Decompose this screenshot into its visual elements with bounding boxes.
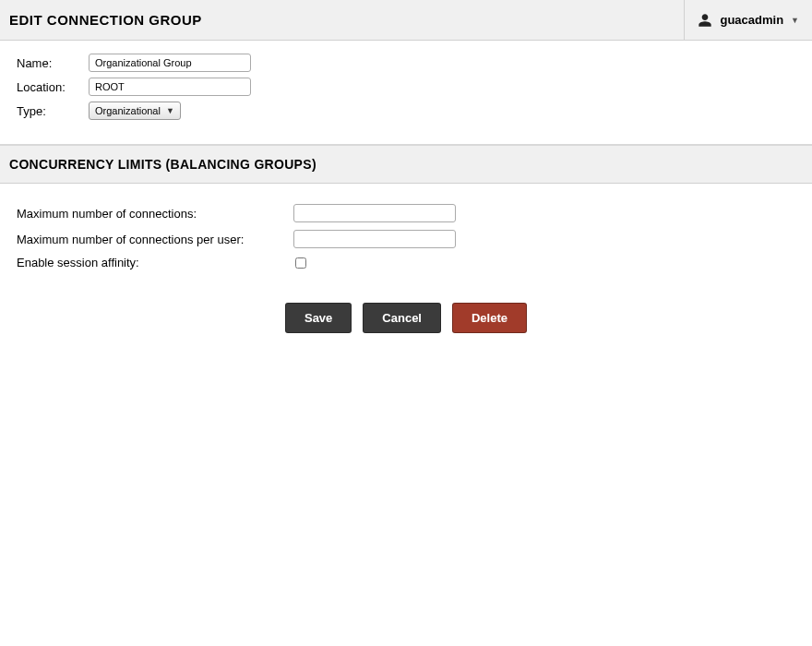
session-affinity-label: Enable session affinity:	[17, 256, 293, 269]
user-icon	[698, 13, 712, 28]
type-select[interactable]: Organizational ▼	[89, 102, 181, 120]
type-label: Type:	[17, 104, 89, 118]
max-connections-per-user-label: Maximum number of connections per user:	[17, 233, 293, 246]
location-input[interactable]	[89, 78, 251, 96]
type-row: Type: Organizational ▼	[17, 102, 795, 120]
concurrency-section-header: CONCURRENCY LIMITS (BALANCING GROUPS)	[0, 145, 812, 184]
user-menu[interactable]: guacadmin ▼	[684, 0, 812, 40]
session-affinity-checkbox[interactable]	[295, 257, 306, 269]
session-affinity-row: Enable session affinity:	[17, 256, 795, 269]
user-name: guacadmin	[720, 13, 783, 27]
location-row: Location:	[17, 78, 795, 96]
cancel-button[interactable]: Cancel	[363, 303, 441, 333]
page-title: EDIT CONNECTION GROUP	[0, 0, 684, 40]
type-select-value: Organizational	[95, 105, 161, 116]
location-label: Location:	[17, 80, 89, 94]
max-connections-input[interactable]	[293, 204, 456, 222]
delete-button[interactable]: Delete	[452, 303, 527, 333]
chevron-down-icon: ▼	[166, 106, 174, 115]
button-row: Save Cancel Delete	[0, 290, 812, 346]
header-bar: EDIT CONNECTION GROUP guacadmin ▼	[0, 0, 812, 41]
concurrency-section: Maximum number of connections: Maximum n…	[0, 184, 812, 290]
max-connections-label: Maximum number of connections:	[17, 207, 293, 221]
name-label: Name:	[17, 56, 89, 70]
max-connections-per-user-input[interactable]	[293, 230, 456, 248]
max-connections-row: Maximum number of connections:	[17, 204, 795, 222]
basic-properties-section: Name: Location: Type: Organizational ▼	[0, 41, 812, 145]
name-input[interactable]	[89, 54, 251, 72]
max-connections-per-user-row: Maximum number of connections per user:	[17, 230, 795, 248]
save-button[interactable]: Save	[285, 303, 352, 333]
chevron-down-icon: ▼	[791, 16, 799, 25]
name-row: Name:	[17, 54, 795, 72]
